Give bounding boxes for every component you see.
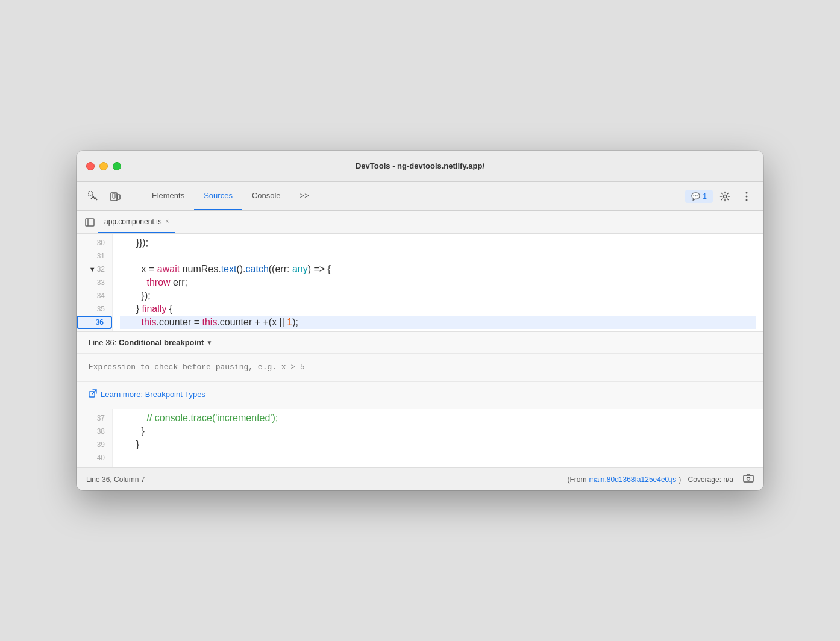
toolbar-tabs: Elements Sources Console >> bbox=[142, 182, 683, 210]
more-options-button[interactable] bbox=[737, 187, 756, 206]
svg-point-4 bbox=[724, 195, 727, 198]
breakpoint-learn-more-link[interactable]: Learn more: Breakpoint Types bbox=[101, 390, 205, 399]
code-line-33: throw err; bbox=[120, 276, 756, 289]
breakpoint-expression-input[interactable] bbox=[89, 363, 751, 372]
status-source-file-link[interactable]: main.80d1368fa125e4e0.js bbox=[589, 475, 676, 484]
line-num-38: 38 bbox=[77, 425, 112, 438]
tab-elements[interactable]: Elements bbox=[142, 182, 194, 210]
file-tab-app-component[interactable]: app.component.ts × bbox=[98, 211, 175, 233]
line-numbers-bottom: 37 38 39 40 bbox=[77, 409, 113, 467]
device-toolbar-button[interactable] bbox=[105, 187, 125, 206]
line-num-33: 33 bbox=[77, 276, 112, 289]
code-line-40 bbox=[120, 451, 756, 464]
svg-rect-12 bbox=[744, 475, 753, 482]
sidebar-toggle-button[interactable] bbox=[81, 214, 98, 231]
code-line-36: this.counter = this.counter + +(x || 1); bbox=[120, 316, 756, 329]
svg-rect-2 bbox=[113, 193, 115, 198]
maximize-button[interactable] bbox=[113, 162, 121, 170]
svg-point-7 bbox=[746, 199, 748, 201]
svg-point-13 bbox=[747, 477, 750, 480]
breakpoint-type-label: Conditional breakpoint bbox=[119, 338, 204, 347]
code-line-35: } finally { bbox=[120, 302, 756, 316]
tab-more[interactable]: >> bbox=[290, 182, 319, 210]
svg-point-6 bbox=[746, 195, 748, 197]
breakpoint-dropdown-arrow[interactable]: ▼ bbox=[206, 339, 212, 346]
window-title: DevTools - ng-devtools.netlify.app/ bbox=[356, 161, 484, 170]
title-bar: DevTools - ng-devtools.netlify.app/ bbox=[77, 151, 763, 182]
minimize-button[interactable] bbox=[99, 162, 108, 170]
code-line-30: }}); bbox=[120, 236, 756, 249]
editor-container: 30 31 ▼32 33 34 35 36 }}); bbox=[77, 234, 763, 467]
code-line-32: x = await numRes.text().catch((err: any)… bbox=[120, 263, 756, 276]
svg-rect-0 bbox=[89, 192, 93, 196]
svg-rect-3 bbox=[118, 195, 120, 199]
breakpoint-link-area: Learn more: Breakpoint Types bbox=[77, 382, 763, 409]
code-section-bottom: 37 38 39 40 // console.trace('incremente… bbox=[77, 409, 763, 467]
breakpoint-header: Line 36: Conditional breakpoint ▼ bbox=[77, 332, 763, 354]
close-button[interactable] bbox=[86, 162, 95, 170]
line-numbers-top: 30 31 ▼32 33 34 35 36 bbox=[77, 234, 113, 331]
file-tab-close-icon[interactable]: × bbox=[165, 218, 169, 225]
code-line-38: } bbox=[120, 425, 756, 438]
line-num-40: 40 bbox=[77, 451, 112, 464]
file-tab-name: app.component.ts bbox=[104, 217, 161, 226]
devtools-toolbar: Elements Sources Console >> 💬 1 bbox=[77, 182, 763, 211]
arrow-indicator: ▼ bbox=[89, 266, 96, 273]
breakpoint-input-area[interactable] bbox=[77, 354, 763, 382]
line-num-36-highlighted: 36 bbox=[77, 316, 112, 329]
badge-count: 1 bbox=[703, 192, 707, 201]
tab-console[interactable]: Console bbox=[242, 182, 290, 210]
status-source: (From main.80d1368fa125e4e0.js ) Coverag… bbox=[567, 475, 733, 484]
devtools-window: DevTools - ng-devtools.netlify.app/ Elem… bbox=[77, 151, 763, 490]
line-num-35: 35 bbox=[77, 302, 112, 316]
status-bar: Line 36, Column 7 (From main.80d1368fa12… bbox=[77, 467, 763, 490]
breakpoint-line-label: Line 36: bbox=[89, 338, 116, 347]
line-num-32: ▼32 bbox=[77, 263, 112, 276]
code-section-top: 30 31 ▼32 33 34 35 36 }}); bbox=[77, 234, 763, 331]
editor-wrapper: 30 31 ▼32 33 34 35 36 }}); bbox=[77, 234, 763, 467]
file-tab-bar: app.component.ts × bbox=[77, 211, 763, 234]
console-messages-button[interactable]: 💬 1 bbox=[685, 190, 713, 203]
status-position: Line 36, Column 7 bbox=[86, 475, 567, 484]
code-lines-top[interactable]: }}); x = await numRes.text().catch((err:… bbox=[113, 234, 763, 331]
breakpoint-panel: Line 36: Conditional breakpoint ▼ bbox=[77, 331, 763, 409]
toolbar-divider-1 bbox=[131, 189, 131, 204]
code-lines-bottom[interactable]: // console.trace('incremented'); } } bbox=[113, 409, 763, 467]
badge-icon: 💬 bbox=[691, 192, 700, 201]
external-link-icon bbox=[89, 389, 97, 399]
line-num-31: 31 bbox=[77, 249, 112, 263]
screenshot-icon[interactable] bbox=[743, 475, 754, 486]
traffic-lights bbox=[86, 162, 121, 170]
svg-rect-8 bbox=[86, 219, 94, 226]
code-line-37: // console.trace('incremented'); bbox=[120, 411, 756, 425]
settings-button[interactable] bbox=[715, 187, 735, 206]
line-num-37: 37 bbox=[77, 411, 112, 425]
line-num-34: 34 bbox=[77, 289, 112, 302]
code-line-34: }); bbox=[120, 289, 756, 302]
tab-sources[interactable]: Sources bbox=[194, 182, 242, 210]
svg-rect-1 bbox=[111, 193, 117, 201]
status-screenshot-button[interactable] bbox=[743, 473, 754, 486]
line-num-30: 30 bbox=[77, 236, 112, 249]
line-num-39: 39 bbox=[77, 438, 112, 451]
code-line-39: } bbox=[120, 438, 756, 451]
code-line-31 bbox=[120, 249, 756, 263]
toolbar-right: 💬 1 bbox=[685, 187, 756, 206]
svg-point-5 bbox=[746, 192, 748, 193]
element-picker-button[interactable] bbox=[84, 187, 103, 206]
